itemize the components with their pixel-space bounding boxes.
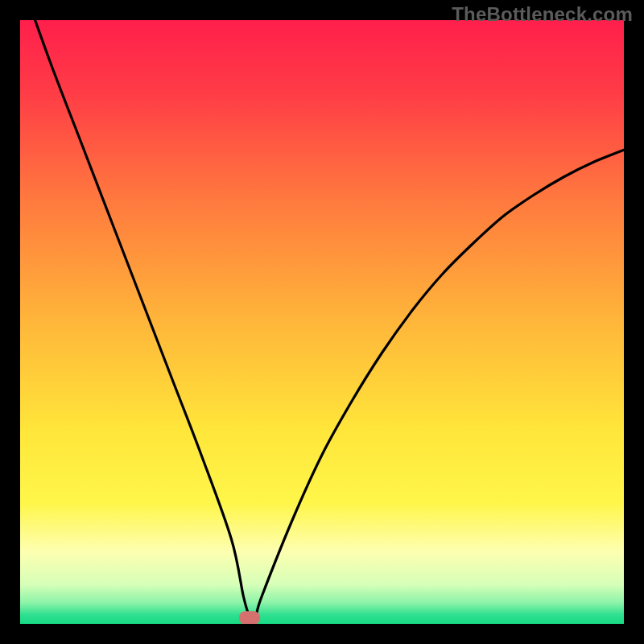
watermark-text: TheBottleneck.com [452, 3, 633, 26]
bottleneck-chart [20, 20, 624, 624]
optimum-marker [239, 611, 260, 624]
gradient-background [20, 20, 624, 624]
plot-area [20, 20, 624, 624]
chart-frame: TheBottleneck.com [0, 0, 644, 644]
